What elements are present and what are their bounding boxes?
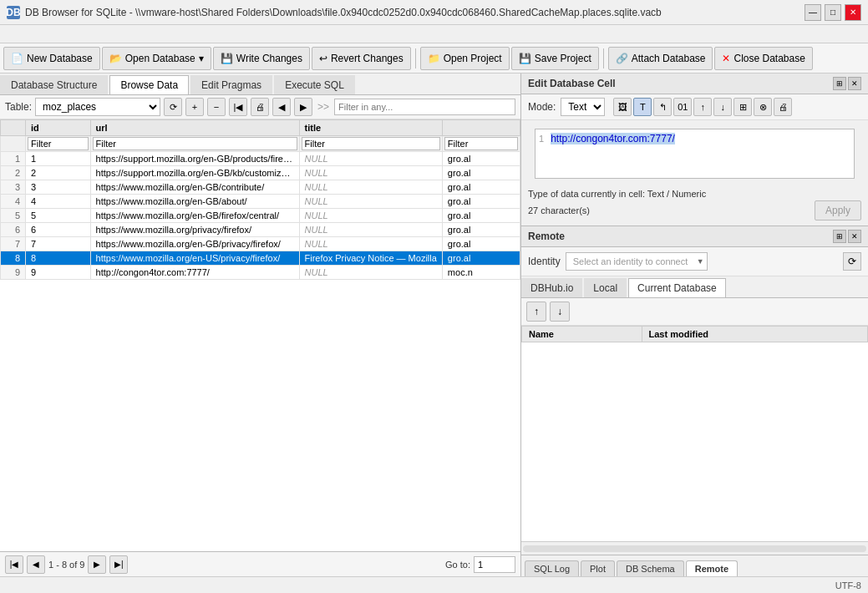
close-database-button[interactable]: ✕ Close Database [714, 47, 812, 70]
attach-database-button[interactable]: 🔗 Attach Database [608, 47, 713, 70]
nav-last-button[interactable]: ▶| [109, 555, 128, 574]
remote-horizontal-scrollbar[interactable] [521, 541, 868, 555]
table-row[interactable]: 3 [26, 180, 91, 195]
tab-browse-data[interactable]: Browse Data [109, 75, 189, 94]
filter-input[interactable] [334, 99, 515, 115]
mode-icon-clear[interactable]: ⊗ [754, 98, 772, 116]
table-row[interactable]: 1 [26, 152, 91, 166]
cell-value[interactable]: http://congon4tor.com:7777/ [551, 133, 675, 144]
table-row[interactable]: https://support.mozilla.org/en-GB/kb/cus… [90, 166, 299, 180]
table-row[interactable]: NULL [299, 180, 442, 195]
bottom-tab-remote[interactable]: Remote [686, 560, 738, 576]
table-row[interactable]: NULL [299, 209, 442, 223]
col-header-id[interactable]: id [26, 120, 91, 136]
tab-execute-sql[interactable]: Execute SQL [274, 75, 355, 94]
table-row[interactable]: http://congon4tor.com:7777/ [90, 266, 299, 280]
table-row[interactable]: https://support.mozilla.org/en-GB/produc… [90, 152, 299, 166]
mode-icon-export[interactable]: ↑ [693, 98, 712, 116]
table-row[interactable]: gro.al [442, 237, 520, 251]
goto-input[interactable] [474, 556, 515, 573]
refresh-table-button[interactable]: ⟳ [164, 98, 182, 116]
table-row[interactable]: 8 [26, 251, 91, 266]
move-first-button[interactable]: |◀ [229, 98, 247, 116]
minimize-button[interactable]: — [805, 4, 821, 21]
mode-icon-image[interactable]: 🖼 [613, 98, 632, 116]
tab-edit-pragmas[interactable]: Edit Pragmas [190, 75, 272, 94]
bottom-tab-db-schema[interactable]: DB Schema [617, 560, 684, 576]
table-row[interactable]: 6 [26, 223, 91, 237]
mode-icon-copy[interactable]: ⊞ [733, 98, 752, 116]
table-row[interactable]: NULL [299, 266, 442, 280]
close-button[interactable]: ✕ [845, 4, 861, 21]
table-row[interactable]: https://www.mozilla.org/en-GB/about/ [90, 195, 299, 209]
edit-panel-restore-button[interactable]: ⊞ [833, 77, 846, 90]
table-row[interactable]: https://www.mozilla.org/en-GB/contribute… [90, 180, 299, 195]
table-row[interactable]: NULL [299, 223, 442, 237]
bottom-tab-sql-log[interactable]: SQL Log [525, 560, 579, 576]
nav-next-button[interactable]: ▶ [88, 555, 106, 574]
delete-record-button[interactable]: − [207, 98, 226, 116]
open-database-button[interactable]: 📂 Open Database ▾ [102, 47, 211, 70]
identity-refresh-button[interactable]: ⟳ [843, 252, 861, 271]
table-row[interactable]: NULL [299, 152, 442, 166]
table-row[interactable]: NULL [299, 195, 442, 209]
remote-tab-current-db[interactable]: Current Database [628, 278, 726, 297]
remote-panel-close-button[interactable]: ✕ [848, 230, 861, 243]
table-row[interactable]: gro.al [442, 166, 520, 180]
table-row[interactable]: https://www.mozilla.org/en-GB/privacy/fi… [90, 237, 299, 251]
filter-title-input[interactable] [302, 137, 440, 150]
remote-upload-button[interactable]: ↑ [526, 302, 546, 322]
filter-extra-input[interactable] [444, 137, 518, 150]
table-selector[interactable]: moz_places [35, 98, 160, 116]
table-row[interactable]: NULL [299, 166, 442, 180]
mode-icon-binary[interactable]: 01 [673, 98, 692, 116]
table-row[interactable]: 4 [26, 195, 91, 209]
filter-id-input[interactable] [28, 137, 89, 150]
revert-changes-button[interactable]: ↩ Revert Changes [312, 47, 411, 70]
table-row[interactable]: gro.al [442, 195, 520, 209]
print-button[interactable]: 🖨 [251, 98, 269, 116]
remote-panel-restore-button[interactable]: ⊞ [833, 230, 846, 243]
remote-tab-dbhub[interactable]: DBHub.io [521, 278, 582, 297]
maximize-button[interactable]: □ [825, 4, 841, 21]
file-col-modified[interactable]: Last modified [642, 327, 867, 342]
add-record-button[interactable]: + [185, 98, 204, 116]
mode-selector[interactable]: Text [561, 98, 605, 116]
save-project-button[interactable]: 💾 Save Project [511, 47, 599, 70]
remote-tab-local[interactable]: Local [584, 278, 627, 297]
table-row[interactable]: https://www.mozilla.org/privacy/firefox/ [90, 223, 299, 237]
mode-icon-import[interactable]: ↓ [713, 98, 732, 116]
apply-button[interactable]: Apply [815, 200, 861, 220]
tab-database-structure[interactable]: Database Structure [0, 75, 108, 94]
table-row[interactable]: 9 [26, 266, 91, 280]
col-header-title[interactable]: title [299, 120, 442, 136]
table-row[interactable]: gro.al [442, 209, 520, 223]
mode-icon-text[interactable]: T [633, 98, 652, 116]
table-row[interactable]: https://www.mozilla.org/en-GB/firefox/ce… [90, 209, 299, 223]
table-row[interactable]: 2 [26, 166, 91, 180]
table-row[interactable]: gro.al [442, 251, 520, 266]
move-next-button[interactable]: ▶ [294, 98, 312, 116]
table-row[interactable]: 5 [26, 209, 91, 223]
bottom-tab-plot[interactable]: Plot [581, 560, 615, 576]
col-header-extra[interactable] [442, 120, 520, 136]
remote-download-button[interactable]: ↓ [550, 302, 570, 322]
nav-prev-button[interactable]: ◀ [27, 555, 45, 574]
table-row[interactable]: Firefox Privacy Notice — Mozilla [299, 251, 442, 266]
table-row[interactable]: gro.al [442, 223, 520, 237]
filter-url-input[interactable] [93, 137, 297, 150]
write-changes-button[interactable]: 💾 Write Changes [213, 47, 310, 70]
table-row[interactable]: 7 [26, 237, 91, 251]
table-row[interactable]: gro.al [442, 152, 520, 166]
mode-icon-print[interactable]: 🖨 [774, 98, 792, 116]
nav-first-button[interactable]: |◀ [5, 555, 23, 574]
file-col-name[interactable]: Name [522, 327, 642, 342]
table-row[interactable]: https://www.mozilla.org/en-US/privacy/fi… [90, 251, 299, 266]
identity-selector[interactable]: Select an identity to connect [566, 252, 708, 271]
mode-icon-rtl[interactable]: ↰ [653, 98, 672, 116]
col-header-url[interactable]: url [90, 120, 299, 136]
move-prev-button[interactable]: ◀ [272, 98, 291, 116]
table-row[interactable]: gro.al [442, 180, 520, 195]
table-row[interactable]: NULL [299, 237, 442, 251]
open-project-button[interactable]: 📁 Open Project [420, 47, 510, 70]
